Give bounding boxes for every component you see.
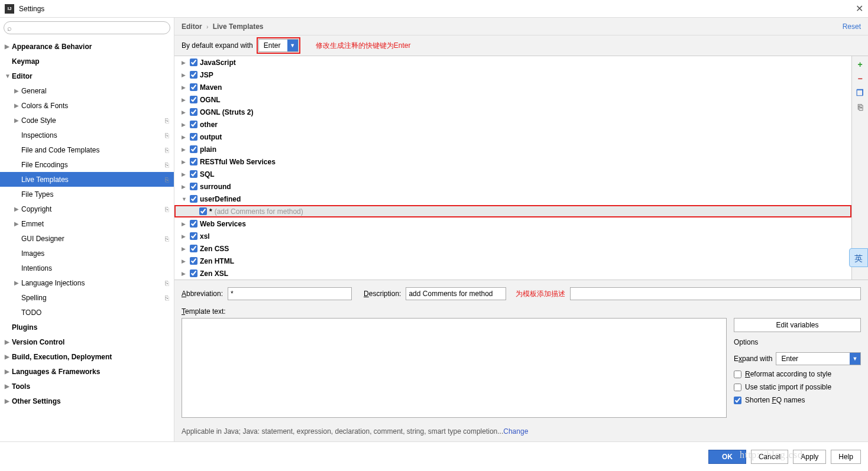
- expand-with-select[interactable]: Enter ▼: [776, 352, 861, 365]
- template-checkbox[interactable]: [190, 145, 197, 153]
- template-text-input[interactable]: [182, 318, 727, 418]
- change-link[interactable]: Change: [503, 427, 528, 436]
- chevron-icon: ▶: [182, 60, 187, 66]
- sidebar-item-file-and-code-templates[interactable]: File and Code Templates⎘: [0, 142, 174, 157]
- template-item-web-services[interactable]: ▶Web Services: [174, 217, 851, 230]
- reset-link[interactable]: Reset: [843, 22, 861, 31]
- breadcrumb: Editor › Live Templates Reset: [174, 18, 868, 35]
- template-checkbox[interactable]: [190, 269, 197, 277]
- template-item-xsl[interactable]: ▶xsl: [174, 230, 851, 242]
- sidebar-item-colors-fonts[interactable]: ▶Colors & Fonts: [0, 98, 174, 113]
- chevron-down-icon: ▼: [287, 40, 298, 51]
- abbreviation-input[interactable]: [228, 287, 352, 300]
- close-icon[interactable]: ✕: [856, 3, 863, 14]
- template-item-ognl-struts-2-[interactable]: ▶OGNL (Struts 2): [174, 106, 851, 118]
- template-item-other[interactable]: ▶other: [174, 118, 851, 131]
- copy-icon[interactable]: ❐: [856, 88, 864, 98]
- sidebar-item-plugins[interactable]: Plugins: [0, 320, 174, 334]
- ime-badge[interactable]: 英: [849, 248, 868, 267]
- sidebar-item-file-types[interactable]: File Types: [0, 187, 174, 202]
- sidebar-item-label: Build, Execution, Deployment: [12, 353, 112, 361]
- crumb-editor[interactable]: Editor: [182, 22, 202, 31]
- template-checkbox[interactable]: [190, 158, 197, 165]
- template-checkbox[interactable]: [190, 108, 197, 116]
- sidebar-item-build-execution-deployment[interactable]: ▶Build, Execution, Deployment: [0, 349, 174, 364]
- description-input-ext[interactable]: [570, 287, 861, 300]
- sidebar-item-inspections[interactable]: Inspections⎘: [0, 128, 174, 142]
- sidebar-item-label: Live Templates: [21, 176, 69, 184]
- cancel-button[interactable]: Cancel: [751, 450, 788, 464]
- reformat-checkbox[interactable]: [734, 371, 741, 378]
- template-text-label: Template text:: [182, 307, 226, 316]
- description-input[interactable]: [406, 287, 506, 300]
- sidebar-item-label: Keymap: [12, 57, 40, 66]
- templates-list: ▶JavaScript▶JSP▶Maven▶OGNL▶OGNL (Struts …: [174, 56, 851, 280]
- template-checkbox[interactable]: [190, 245, 197, 252]
- template-item-restful-web-services[interactable]: ▶RESTful Web Services: [174, 155, 851, 168]
- sidebar-item-file-encodings[interactable]: File Encodings⎘: [0, 157, 174, 172]
- template-item-ognl[interactable]: ▶OGNL: [174, 93, 851, 106]
- template-checkbox[interactable]: [190, 59, 197, 66]
- sidebar-item-general[interactable]: ▶General: [0, 83, 174, 98]
- search-box: ⌕: [4, 21, 170, 34]
- template-checkbox[interactable]: [190, 183, 197, 190]
- template-item-sql[interactable]: ▶SQL: [174, 168, 851, 180]
- shorten-label: Shorten FQ names: [745, 396, 805, 404]
- template-item-plain[interactable]: ▶plain: [174, 143, 851, 155]
- template-checkbox[interactable]: [190, 133, 197, 141]
- template-item-surround[interactable]: ▶surround: [174, 180, 851, 193]
- template-checkbox[interactable]: [190, 195, 197, 203]
- template-checkbox[interactable]: [190, 232, 197, 240]
- template-item-output[interactable]: ▶output: [174, 131, 851, 143]
- template-item-jsp[interactable]: ▶JSP: [174, 69, 851, 81]
- desc-label: Description:: [364, 290, 401, 298]
- template-checkbox[interactable]: [190, 71, 197, 79]
- expand-select[interactable]: Enter ▼: [258, 39, 299, 52]
- export-icon[interactable]: ⎘: [858, 102, 863, 112]
- sidebar-item-tools[interactable]: ▶Tools: [0, 379, 174, 394]
- template-checkbox[interactable]: [190, 83, 197, 91]
- template-right: Edit variables Options Expand with Enter…: [734, 318, 861, 418]
- sidebar-item-copyright[interactable]: ▶Copyright⎘: [0, 202, 174, 216]
- sidebar-item-appearance-behavior[interactable]: ▶Appearance & Behavior: [0, 39, 174, 54]
- template-checkbox[interactable]: [190, 170, 197, 178]
- remove-icon[interactable]: −: [857, 74, 862, 83]
- template-checkbox[interactable]: [190, 257, 197, 265]
- template-item--[interactable]: * (add Comments for method): [174, 205, 851, 217]
- static-import-checkbox[interactable]: [734, 384, 741, 391]
- template-item-userdefined[interactable]: ▼userDefined: [174, 193, 851, 205]
- expand-label: By default expand with: [182, 41, 253, 50]
- template-checkbox[interactable]: [190, 121, 197, 128]
- help-button[interactable]: Help: [831, 450, 861, 464]
- ok-button[interactable]: OK: [708, 450, 746, 464]
- template-text-label-row: Template text:: [174, 307, 868, 318]
- sidebar-item-code-style[interactable]: ▶Code Style⎘: [0, 113, 174, 128]
- sidebar-item-spelling[interactable]: Spelling⎘: [0, 290, 174, 305]
- template-checkbox[interactable]: [190, 96, 197, 103]
- template-item-javascript[interactable]: ▶JavaScript: [174, 56, 851, 69]
- sidebar-item-emmet[interactable]: ▶Emmet: [0, 216, 174, 231]
- sidebar-item-other-settings[interactable]: ▶Other Settings: [0, 394, 174, 408]
- template-item-zen-css[interactable]: ▶Zen CSS: [174, 242, 851, 255]
- template-checkbox[interactable]: [190, 220, 197, 228]
- edit-variables-button[interactable]: Edit variables: [734, 318, 861, 332]
- sidebar-item-live-templates[interactable]: Live Templates⎘: [0, 172, 174, 187]
- shorten-checkbox[interactable]: [734, 397, 741, 404]
- template-label: Maven: [200, 83, 222, 92]
- sidebar-item-images[interactable]: Images: [0, 246, 174, 261]
- sidebar-item-todo[interactable]: TODO: [0, 305, 174, 320]
- sidebar-item-editor[interactable]: ▼Editor: [0, 69, 174, 83]
- sidebar-item-version-control[interactable]: ▶Version Control: [0, 334, 174, 349]
- template-item-zen-html[interactable]: ▶Zen HTML: [174, 255, 851, 267]
- sidebar-item-language-injections[interactable]: ▶Language Injections⎘: [0, 275, 174, 290]
- sidebar-item-keymap[interactable]: Keymap: [0, 54, 174, 69]
- apply-button[interactable]: Apply: [793, 450, 826, 464]
- sidebar-item-languages-frameworks[interactable]: ▶Languages & Frameworks: [0, 364, 174, 379]
- search-input[interactable]: [4, 21, 170, 34]
- template-item-maven[interactable]: ▶Maven: [174, 81, 851, 93]
- add-icon[interactable]: +: [857, 60, 862, 69]
- template-checkbox[interactable]: [199, 207, 207, 215]
- sidebar-item-gui-designer[interactable]: GUI Designer⎘: [0, 231, 174, 246]
- sidebar-item-intentions[interactable]: Intentions: [0, 261, 174, 275]
- template-item-zen-xsl[interactable]: ▶Zen XSL: [174, 267, 851, 280]
